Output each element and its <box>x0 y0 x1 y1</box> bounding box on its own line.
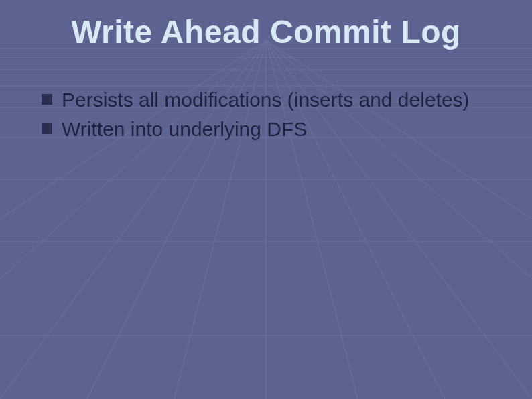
bullet-item: Persists all modifications (inserts and … <box>42 87 505 113</box>
bullet-item: Written into underlying DFS <box>42 117 505 142</box>
square-bullet-icon <box>42 94 52 105</box>
bullet-text: Written into underlying DFS <box>62 117 505 142</box>
slide-title: Write Ahead Commit Log <box>0 13 532 50</box>
bullet-text: Persists all modifications (inserts and … <box>62 87 505 113</box>
slide-body: Persists all modifications (inserts and … <box>42 87 505 147</box>
slide: Write Ahead Commit Log Persists all modi… <box>0 0 532 399</box>
square-bullet-icon <box>42 123 52 134</box>
grid-background <box>0 0 532 399</box>
